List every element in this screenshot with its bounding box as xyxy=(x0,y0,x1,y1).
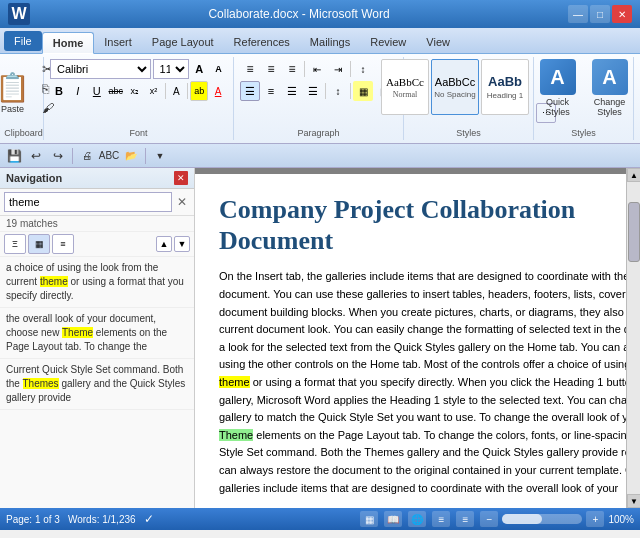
web-layout-view-button[interactable]: 🌐 xyxy=(408,511,426,527)
subscript-button[interactable]: x₂ xyxy=(126,81,144,101)
bold-button[interactable]: B xyxy=(50,81,68,101)
tab-page-layout[interactable]: Page Layout xyxy=(142,31,224,53)
line-spacing-button[interactable]: ↕ xyxy=(328,81,348,101)
decrease-indent-button[interactable]: ⇤ xyxy=(307,59,327,79)
bullets-button[interactable]: ≡ xyxy=(240,59,260,79)
list-item[interactable]: Current Quick Style Set command. Both th… xyxy=(0,359,194,410)
clear-format-button[interactable]: A xyxy=(167,81,185,101)
ribbon-group-paragraph: ≡ ≡ ≡ ⇤ ⇥ ↕ ¶ ☰ ≡ ☰ ☰ ↕ ▦ ▦ Pa xyxy=(234,57,404,140)
document-area-wrapper: Company Project CollaborationDocument On… xyxy=(195,168,640,508)
nav-results-btn[interactable]: ≡ xyxy=(52,234,74,254)
scrollbar-down-button[interactable]: ▼ xyxy=(627,494,640,508)
font-name-select[interactable]: Calibri xyxy=(50,59,151,79)
tab-references[interactable]: References xyxy=(224,31,300,53)
open-button[interactable]: 📂 xyxy=(121,146,141,166)
font-size-select[interactable]: 11 xyxy=(153,59,189,79)
font-color-button[interactable]: A xyxy=(209,81,227,101)
window-title: Collaborate.docx - Microsoft Word xyxy=(30,7,568,21)
document-scrollbar[interactable]: ▲ ▼ xyxy=(626,168,640,508)
close-button[interactable]: ✕ xyxy=(612,5,632,23)
status-right: ▦ 📖 🌐 ≡ ≡ − + 100% xyxy=(360,511,634,527)
tab-mailings[interactable]: Mailings xyxy=(300,31,360,53)
zoom-minus-button[interactable]: − xyxy=(480,511,498,527)
quick-styles-button[interactable]: A QuickStyles xyxy=(534,59,582,117)
zoom-slider[interactable] xyxy=(502,514,582,524)
draft-view-button[interactable]: ≡ xyxy=(456,511,474,527)
tab-file[interactable]: File xyxy=(4,31,42,51)
outline-view-button[interactable]: ≡ xyxy=(432,511,450,527)
minimize-button[interactable]: — xyxy=(568,5,588,23)
align-center-button[interactable]: ≡ xyxy=(261,81,281,101)
document-scroll[interactable]: Company Project CollaborationDocument On… xyxy=(195,168,626,508)
align-right-button[interactable]: ☰ xyxy=(282,81,302,101)
save-button-qa[interactable]: 💾 xyxy=(4,146,24,166)
scrollbar-up-button[interactable]: ▲ xyxy=(627,168,640,182)
ribbon-group-font: Calibri 11 A A B I U abc x₂ x² A ab A xyxy=(44,57,234,140)
page-status: Page: 1 of 3 xyxy=(6,514,60,525)
ribbon-group-editing: Find Replace Select Editing xyxy=(634,57,640,140)
tab-insert[interactable]: Insert xyxy=(94,31,142,53)
nav-headings-btn[interactable]: Ξ xyxy=(4,234,26,254)
zoom-plus-button[interactable]: + xyxy=(586,511,604,527)
nav-header: Navigation ✕ xyxy=(0,168,194,189)
title-bar: W Collaborate.docx - Microsoft Word — □ … xyxy=(0,0,640,28)
ribbon-group-styles: AaBbCc Normal AaBbCc No Spacing AaBb Hea… xyxy=(404,57,534,140)
italic-button[interactable]: I xyxy=(69,81,87,101)
justify-button[interactable]: ☰ xyxy=(303,81,323,101)
full-reading-view-button[interactable]: 📖 xyxy=(384,511,402,527)
nav-search-clear-button[interactable]: ✕ xyxy=(174,194,190,210)
quick-access-toolbar: 💾 ↩ ↪ 🖨 ABC 📂 ▼ xyxy=(0,144,640,168)
multilevel-button[interactable]: ≡ xyxy=(282,59,302,79)
change-styles-button[interactable]: A ChangeStyles xyxy=(586,59,634,117)
customize-qa-button[interactable]: ▼ xyxy=(150,146,170,166)
shading-button[interactable]: ▦ xyxy=(353,81,373,101)
undo-button-qa[interactable]: ↩ xyxy=(26,146,46,166)
font-label: Font xyxy=(129,126,147,138)
list-item[interactable]: a choice of using the look from the curr… xyxy=(0,257,194,308)
nav-next-button[interactable]: ▼ xyxy=(174,236,190,252)
normal-style[interactable]: AaBbCc Normal xyxy=(381,59,429,115)
tab-review[interactable]: Review xyxy=(360,31,416,53)
ribbon: 📋 Paste ✂ ⎘ 🖌 Clipboard Calibri 11 A A xyxy=(0,54,640,144)
nav-search-input[interactable] xyxy=(4,192,172,212)
nav-pages-btn[interactable]: ▦ xyxy=(28,234,50,254)
sort-button[interactable]: ↕ xyxy=(353,59,373,79)
highlight-button[interactable]: ab xyxy=(190,81,208,101)
underline-button[interactable]: U xyxy=(88,81,106,101)
paste-button[interactable]: 📋 Paste xyxy=(0,59,36,125)
ribbon-group-clipboard: 📋 Paste ✂ ⎘ 🖌 Clipboard xyxy=(4,57,44,140)
paragraph-label: Paragraph xyxy=(297,126,339,138)
redo-button-qa[interactable]: ↪ xyxy=(48,146,68,166)
tab-view[interactable]: View xyxy=(416,31,460,53)
spell-check-button[interactable]: ABC xyxy=(99,146,119,166)
maximize-button[interactable]: □ xyxy=(590,5,610,23)
words-status: Words: 1/1,236 xyxy=(68,514,136,525)
ribbon-group-quick-styles: A QuickStyles A ChangeStyles Styles xyxy=(534,57,634,140)
nav-close-button[interactable]: ✕ xyxy=(174,171,188,185)
styles-label: Styles xyxy=(456,126,481,138)
nav-title: Navigation xyxy=(6,172,62,184)
nav-view-buttons: Ξ ▦ ≡ ▲ ▼ xyxy=(0,232,194,257)
print-preview-button[interactable]: 🖨 xyxy=(77,146,97,166)
document-title: Company Project CollaborationDocument xyxy=(219,194,626,256)
superscript-button[interactable]: x² xyxy=(145,81,163,101)
list-item[interactable]: the overall look of your document, choos… xyxy=(0,308,194,359)
nav-prev-button[interactable]: ▲ xyxy=(156,236,172,252)
zoom-level: 100% xyxy=(608,514,634,525)
numbering-button[interactable]: ≡ xyxy=(261,59,281,79)
heading1-style[interactable]: AaBb Heading 1 xyxy=(481,59,529,115)
tab-home[interactable]: Home xyxy=(42,32,95,54)
align-left-button[interactable]: ☰ xyxy=(240,81,260,101)
grow-font-button[interactable]: A xyxy=(191,59,208,79)
print-layout-view-button[interactable]: ▦ xyxy=(360,511,378,527)
increase-indent-button[interactable]: ⇥ xyxy=(328,59,348,79)
scrollbar-thumb[interactable] xyxy=(628,202,640,262)
main-area: Navigation ✕ ✕ 19 matches Ξ ▦ ≡ ▲ ▼ a ch… xyxy=(0,168,640,508)
document-page: Company Project CollaborationDocument On… xyxy=(195,174,626,508)
strikethrough-button[interactable]: abc xyxy=(107,81,125,101)
shrink-font-button[interactable]: A xyxy=(210,59,227,79)
no-spacing-style[interactable]: AaBbCc No Spacing xyxy=(431,59,479,115)
window-controls: — □ ✕ xyxy=(568,5,632,23)
styles2-label: Styles xyxy=(571,126,596,138)
clipboard-label: Clipboard xyxy=(4,126,43,138)
